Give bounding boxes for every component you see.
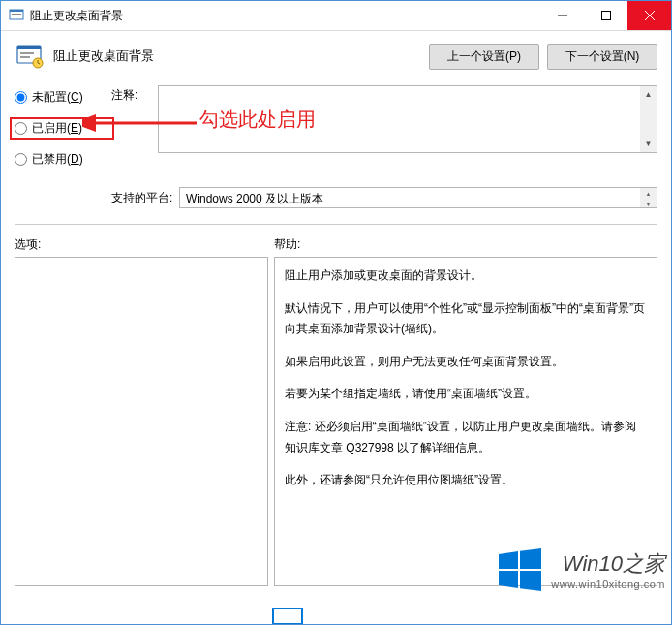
next-setting-button[interactable]: 下一个设置(N) [547, 44, 657, 70]
platform-label: 支持的平台: [111, 190, 179, 206]
prev-setting-button[interactable]: 上一个设置(P) [429, 44, 539, 70]
platform-row: 支持的平台: Windows 2000 及以上版本 ▲ ▼ [111, 187, 657, 208]
radio-disabled-label: 已禁用(D) [32, 151, 83, 168]
maximize-button[interactable] [584, 1, 627, 30]
app-icon [9, 8, 24, 23]
svg-rect-8 [20, 56, 30, 58]
policy-editor-window: 阻止更改桌面背景 阻止更改桌面背景 [0, 0, 672, 625]
annotation-highlight-box: 已启用(E) [10, 117, 114, 140]
pane-labels: 选项: 帮助: [15, 236, 657, 253]
state-radios: 未配置(C) 已启用(E) 已禁用(D) [15, 89, 111, 179]
next-label: 下一个设置(N) [565, 49, 640, 63]
comment-textarea[interactable]: ▲ ▼ [158, 85, 657, 153]
nav-buttons: 上一个设置(P) 下一个设置(N) [429, 44, 657, 70]
radio-not-configured[interactable]: 未配置(C) [15, 89, 111, 106]
help-pane[interactable]: 阻止用户添加或更改桌面的背景设计。 默认情况下，用户可以使用“个性化”或“显示控… [274, 257, 657, 586]
window-title: 阻止更改桌面背景 [30, 8, 540, 24]
titlebar: 阻止更改桌面背景 [1, 1, 671, 31]
panes: 阻止用户添加或更改桌面的背景设计。 默认情况下，用户可以使用“个性化”或“显示控… [15, 257, 657, 586]
policy-icon [15, 41, 46, 72]
scroll-up-icon[interactable]: ▲ [640, 86, 657, 103]
platform-field[interactable]: Windows 2000 及以上版本 ▲ ▼ [179, 187, 657, 208]
partial-bottom-button[interactable] [272, 608, 303, 625]
options-label: 选项: [15, 236, 274, 253]
window-controls [540, 1, 671, 30]
radio-enabled[interactable]: 已启用(E) [15, 120, 109, 137]
radio-enabled-input[interactable] [15, 122, 27, 135]
help-p0: 阻止用户添加或更改桌面的背景设计。 [285, 266, 647, 287]
svg-rect-2 [12, 14, 21, 15]
separator [15, 224, 657, 225]
svg-rect-7 [20, 52, 34, 54]
header-row: 阻止更改桌面背景 上一个设置(P) 下一个设置(N) [15, 41, 657, 72]
help-p4: 注意: 还必须启用“桌面墙纸”设置，以防止用户更改桌面墙纸。请参阅知识库文章 Q… [285, 417, 647, 458]
prev-label: 上一个设置(P) [447, 49, 521, 63]
comment-scrollbar[interactable]: ▲ ▼ [640, 86, 657, 152]
radio-disabled-input[interactable] [15, 153, 27, 166]
help-p3: 若要为某个组指定墙纸，请使用“桌面墙纸”设置。 [285, 384, 647, 405]
policy-title: 阻止更改桌面背景 [53, 47, 429, 65]
radio-not-configured-label: 未配置(C) [32, 89, 83, 106]
help-p1: 默认情况下，用户可以使用“个性化”或“显示控制面板”中的“桌面背景”页向其桌面添… [285, 298, 647, 340]
platform-spinner[interactable]: ▲ ▼ [640, 188, 657, 207]
comment-label: 注释: [111, 85, 158, 153]
radio-disabled[interactable]: 已禁用(D) [15, 151, 111, 168]
svg-rect-4 [601, 12, 610, 20]
help-p5: 此外，还请参阅“只允许使用位图墙纸”设置。 [285, 470, 647, 491]
platform-value: Windows 2000 及以上版本 [186, 192, 323, 205]
radio-not-configured-input[interactable] [15, 91, 27, 104]
comment-column: 注释: ▲ ▼ [111, 85, 657, 153]
options-pane[interactable] [15, 257, 268, 586]
help-p2: 如果启用此设置，则用户无法更改任何桌面背景设置。 [285, 352, 647, 373]
help-label: 帮助: [274, 236, 300, 253]
close-button[interactable] [627, 1, 671, 30]
svg-rect-6 [17, 46, 41, 49]
config-row: 未配置(C) 已启用(E) 已禁用(D) 注释: ▲ [15, 85, 657, 179]
scroll-down-icon[interactable]: ▼ [640, 136, 657, 152]
window-body: 阻止更改桌面背景 上一个设置(P) 下一个设置(N) 未配置(C) 已启用(E) [1, 31, 671, 625]
minimize-button[interactable] [540, 1, 584, 30]
radio-enabled-label: 已启用(E) [32, 120, 82, 137]
spinner-down-icon[interactable]: ▼ [640, 199, 657, 209]
svg-rect-1 [10, 10, 23, 12]
svg-rect-3 [12, 16, 18, 16]
